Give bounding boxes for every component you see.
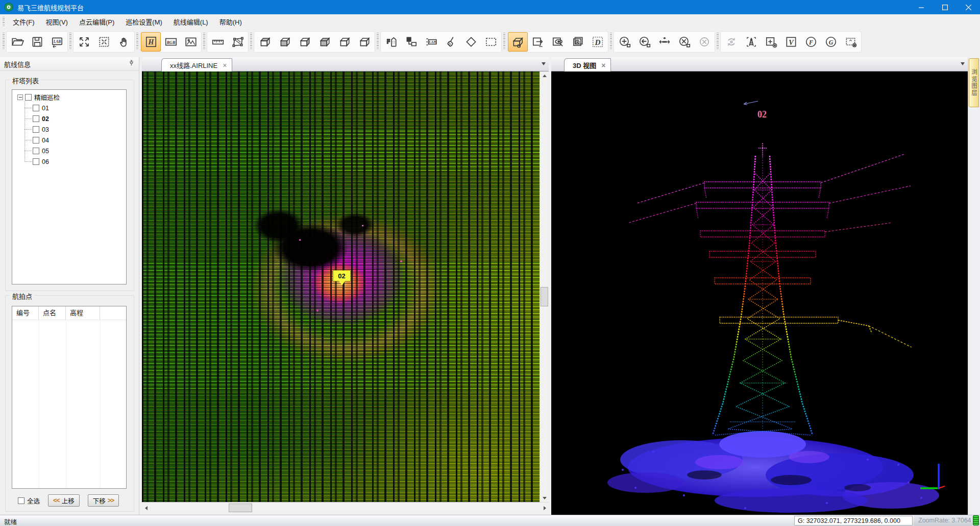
tree-item-05[interactable]: 05 [24,146,126,156]
g-mode-button[interactable]: G [821,32,841,52]
pan-hand-button[interactable] [114,32,134,52]
horizontal-scroll-thumb[interactable] [229,504,252,512]
fit-window-button[interactable] [94,32,114,52]
move-up-button[interactable]: << 上移 [48,494,80,507]
tree-item-label[interactable]: 06 [41,158,50,165]
open-file-button[interactable] [7,32,27,52]
tree-item-label[interactable]: 02 [41,115,50,123]
maximize-button[interactable] [933,0,957,14]
save-file-button[interactable] [27,32,47,52]
height-render-button[interactable]: H [141,32,161,52]
tree-item-checkbox[interactable] [33,158,39,165]
menu-item[interactable]: 视图(V) [40,15,74,29]
label-lines-button[interactable]: LAB [421,32,441,52]
vertical-scroll-thumb[interactable] [541,287,548,306]
tree-item-checkbox[interactable] [33,115,39,122]
scroll-up-icon[interactable] [540,71,549,80]
svg-text:F: F [808,39,813,46]
tree-item-02[interactable]: 02 [24,113,126,124]
tree-item-checkbox[interactable] [33,126,39,133]
tree-collapse-icon[interactable] [17,94,23,100]
photo-points-table[interactable]: 编号点名高程 [12,306,127,489]
save-label-button[interactable]: LAB [47,32,67,52]
menu-item[interactable]: 巡检设置(M) [120,15,168,29]
menu-item[interactable]: 航线编辑(L) [168,15,214,29]
pin-icon[interactable] [128,60,135,68]
view-left-button[interactable] [295,32,314,52]
clip-polygon-button[interactable] [228,32,248,52]
tab-airline[interactable]: xx线路.AIRLINE × [161,58,232,71]
tree-item-checkbox[interactable] [33,137,39,144]
view-front-button[interactable] [334,32,354,52]
scroll-down-icon[interactable] [540,494,549,502]
view-right-button[interactable] [314,32,334,52]
prev-waypoint-button[interactable] [634,32,654,52]
tree-root-label[interactable]: 精细巡检 [33,92,61,102]
tab-list-dropdown-icon[interactable] [542,62,546,65]
tower-center-button[interactable] [741,32,761,52]
f-mode-button[interactable]: F [801,32,821,52]
toolbar-group [254,31,375,53]
zoom-extents-button[interactable] [74,32,94,52]
vertical-scrollbar[interactable] [540,71,549,502]
minimize-button[interactable] [910,0,933,14]
tower-marker-2d[interactable]: 02 [333,270,351,281]
tab-close-icon[interactable]: × [223,62,227,69]
delete-waypoint-button[interactable] [674,32,694,52]
close-button[interactable] [957,0,980,14]
profile-view-button[interactable] [508,32,528,52]
tree-item-label[interactable]: 01 [41,105,50,112]
brush-clean-button[interactable] [441,32,461,52]
measure-ruler-button[interactable] [208,32,228,52]
table-body[interactable] [12,320,126,488]
tab-list-dropdown-icon[interactable] [961,62,965,65]
view-back-button[interactable] [354,32,374,52]
tree-item-checkbox[interactable] [33,148,39,154]
layers-side-tab[interactable]: 浏览图层 [969,58,979,107]
tower-tree[interactable]: 精细巡检 010203040506 [12,89,127,284]
tree-item-06[interactable]: 06 [24,156,126,167]
profile-layers-button[interactable] [568,32,587,52]
move-down-button[interactable]: 下移 >> [88,494,119,507]
menu-item[interactable]: 点云编辑(P) [74,15,120,29]
tree-item-label[interactable]: 05 [41,148,50,155]
add-waypoint-button[interactable] [615,32,634,52]
add-tower-button[interactable] [761,32,781,52]
tree-item-label[interactable]: 03 [41,126,50,133]
scroll-left-icon[interactable] [142,503,150,513]
image-render-button[interactable] [181,32,201,52]
delete-all-waypoints-button[interactable] [694,32,714,52]
region-select-button[interactable] [841,32,861,52]
rgb-render-button[interactable]: RGB [161,32,181,52]
view-bottom-button[interactable] [275,32,295,52]
menu-item[interactable]: 文件(F) [7,15,40,29]
tree-item-03[interactable]: 03 [24,124,126,135]
tree-item-checkbox[interactable] [33,105,39,111]
tab-3d-view[interactable]: 3D 视图 × [564,58,611,71]
tree-item-04[interactable]: 04 [24,135,126,146]
preview-profile-button[interactable] [548,32,568,52]
tree-root-row[interactable]: 精细巡检 [12,92,126,103]
scroll-right-icon[interactable] [541,503,549,513]
pointcloud-2d-viewport[interactable]: 02 [142,71,540,502]
view-top-button[interactable] [255,32,275,52]
eraser-button[interactable] [461,32,481,52]
select-box-class-button[interactable] [401,32,421,52]
classify-points-button[interactable] [381,32,401,52]
dynamic-profile-button[interactable]: D [587,32,607,52]
horizontal-scrollbar[interactable] [142,502,549,513]
export-profile-button[interactable] [528,32,548,52]
pointcloud-3d-viewport[interactable]: 02 [551,71,968,515]
menu-item[interactable]: 帮助(H) [214,15,248,29]
conductor-wires [629,154,912,347]
tower-pointcloud-render [551,71,968,515]
select-all-checkbox[interactable] [18,497,24,504]
tree-item-label[interactable]: 04 [41,137,50,144]
select-rect-button[interactable] [481,32,501,52]
tree-item-01[interactable]: 01 [24,103,126,113]
tab-close-icon[interactable]: × [601,62,605,69]
move-waypoint-button[interactable] [654,32,674,52]
rotate-view-button[interactable] [721,32,741,52]
v-mode-button[interactable]: V [781,32,801,52]
tree-root-checkbox[interactable] [25,94,32,101]
